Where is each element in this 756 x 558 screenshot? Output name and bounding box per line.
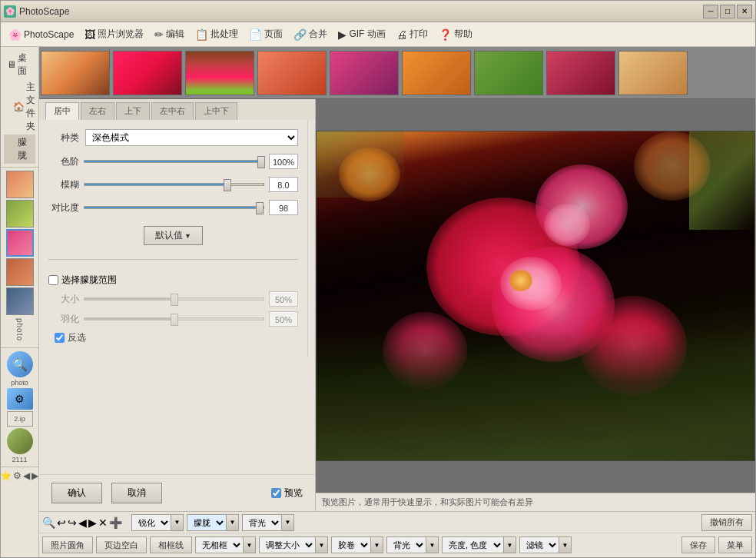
default-button[interactable]: 默认值 ▼: [144, 226, 203, 245]
thumb-label: 2.ip: [7, 411, 33, 427]
menu-print-label: 打印: [410, 28, 428, 41]
size-value[interactable]: 50%: [269, 291, 298, 307]
filter-dropdown-btn[interactable]: ▼: [559, 536, 572, 553]
type-select[interactable]: 深色模式 正常模式 亮色模式: [85, 129, 298, 146]
strip-thumb-8[interactable]: [546, 51, 615, 95]
nav-back-icon[interactable]: ◀: [23, 470, 30, 481]
feather-thumb[interactable]: [171, 314, 178, 326]
nav-left-icon[interactable]: ⭐: [1, 470, 12, 481]
contrast-thumb[interactable]: [256, 202, 264, 214]
sharpen-dropdown-btn[interactable]: ▼: [171, 514, 184, 531]
minimize-button[interactable]: ─: [703, 5, 718, 18]
main-content: 🖥 桌面 🏠 主文件夹 朦胧 photo: [1, 47, 755, 557]
photo-thumb-5[interactable]: [6, 287, 34, 315]
menu-gif[interactable]: ▶ GIF 动画: [333, 25, 390, 43]
invert-label[interactable]: 反选: [68, 331, 86, 344]
nav-forward-icon[interactable]: ▶: [32, 470, 38, 481]
no-frame-select[interactable]: 无相框: [195, 536, 244, 553]
page-icon: 📄: [249, 28, 262, 41]
tool-action[interactable]: ⚙: [7, 388, 33, 410]
sharpen-select[interactable]: 锐化: [131, 514, 171, 531]
color-thumb[interactable]: [257, 156, 265, 168]
backlight-dropdown-btn[interactable]: ▼: [282, 514, 294, 531]
strip-thumb-2[interactable]: [113, 51, 182, 95]
invert-checkbox[interactable]: [55, 333, 65, 343]
photo-thumb-1[interactable]: [6, 171, 34, 198]
tab-top-center-bottom[interactable]: 上中下: [195, 102, 237, 120]
close-button[interactable]: ✕: [737, 5, 752, 18]
color-value[interactable]: 100%: [269, 154, 298, 169]
tree-blur-item[interactable]: 朦胧: [4, 135, 35, 164]
menu-page[interactable]: 📄 页面: [244, 25, 287, 43]
blur-select[interactable]: 朦胧: [187, 514, 227, 531]
tab-top-bottom[interactable]: 上下: [116, 102, 150, 120]
cancel-button[interactable]: 取消: [111, 483, 162, 503]
contrast-value[interactable]: 98: [269, 200, 298, 215]
strip-thumb-3[interactable]: [185, 51, 254, 95]
tree-desktop[interactable]: 🖥 桌面: [4, 50, 35, 79]
frame-line-button[interactable]: 相框线: [150, 536, 192, 553]
tool-label: photo: [11, 379, 28, 387]
menu-print[interactable]: 🖨 打印: [392, 25, 433, 43]
menu-help[interactable]: ❓ 帮助: [434, 25, 477, 43]
menu-photo-browser[interactable]: 🖼 照片浏览器: [80, 25, 148, 43]
backlight2-dropdown-btn[interactable]: ▼: [426, 536, 439, 553]
flip-v-icon[interactable]: ▶: [88, 516, 97, 529]
roll-select[interactable]: 胶卷: [331, 536, 371, 553]
undo-all-button[interactable]: 撤销所有: [701, 514, 752, 531]
menu-photoscape[interactable]: 🌸 PhotoScape: [4, 26, 78, 43]
save-button[interactable]: 保存: [681, 536, 715, 553]
menu-merge[interactable]: 🔗 合并: [289, 25, 332, 43]
feather-value[interactable]: 50%: [269, 311, 298, 327]
nav-settings-icon[interactable]: ⚙: [13, 470, 22, 481]
tab-left-right[interactable]: 左右: [81, 102, 114, 120]
strip-thumb-5[interactable]: [330, 51, 399, 95]
strip-thumb-9[interactable]: [618, 51, 688, 95]
photo-thumb-2[interactable]: [6, 200, 34, 228]
strip-thumb-6[interactable]: [402, 51, 471, 95]
flip-h-icon[interactable]: ◀: [78, 516, 87, 529]
resize-dropdown-btn[interactable]: ▼: [316, 536, 328, 553]
tool-search[interactable]: 🔍: [7, 351, 33, 377]
resize-select[interactable]: 调整大小: [259, 536, 316, 553]
strip-thumb-1[interactable]: [41, 51, 110, 95]
blur-thumb[interactable]: [224, 179, 231, 191]
photo-thumb-3[interactable]: [6, 229, 34, 257]
menu-button[interactable]: 菜单: [718, 536, 752, 553]
rotate-left-icon[interactable]: ↩: [57, 516, 66, 529]
backlight2-select[interactable]: 背光: [386, 536, 426, 553]
blur-range-label[interactable]: 选择朦胧范围: [61, 274, 117, 287]
tree-main-folder[interactable]: 🏠 主文件夹: [4, 79, 35, 135]
brightness-select[interactable]: 亮度, 色度: [442, 536, 504, 553]
backlight-select[interactable]: 背光: [242, 514, 282, 531]
no-frame-dropdown-btn[interactable]: ▼: [244, 536, 256, 553]
page-margin-button[interactable]: 页边空白: [96, 536, 147, 553]
preview-label[interactable]: 预览: [284, 487, 303, 500]
confirm-button[interactable]: 确认: [51, 483, 102, 503]
photo-sidebar-label: photo: [15, 317, 24, 344]
menu-edit[interactable]: ✏ 编辑: [150, 25, 189, 43]
brightness-dropdown-btn[interactable]: ▼: [504, 536, 516, 553]
tab-left-center-right[interactable]: 左中右: [151, 102, 194, 120]
rotate-right-icon[interactable]: ↪: [68, 516, 77, 529]
help-icon: ❓: [439, 28, 452, 41]
strip-thumb-7[interactable]: [474, 51, 543, 95]
photo-thumb-4[interactable]: [6, 258, 34, 286]
blur-value[interactable]: 8.0: [269, 177, 298, 192]
menu-batch[interactable]: 📋 批处理: [191, 25, 243, 43]
sidebar-bottom-tools: 🔍 photo ⚙ 2.ip 2111: [1, 347, 38, 467]
maximize-button[interactable]: □: [720, 5, 735, 18]
strip-thumb-4[interactable]: [257, 51, 327, 95]
size-thumb[interactable]: [171, 294, 178, 306]
plus-icon[interactable]: ➕: [109, 516, 122, 529]
preview-checkbox[interactable]: [271, 488, 281, 498]
search-icon[interactable]: 🔍: [42, 516, 55, 529]
round-corners-button[interactable]: 照片圆角: [42, 536, 93, 553]
filter-select[interactable]: 滤镜: [519, 536, 559, 553]
cross-icon[interactable]: ✕: [98, 516, 108, 529]
filter-select-group: 滤镜 ▼: [519, 536, 572, 553]
blur-range-checkbox[interactable]: [48, 275, 58, 285]
roll-dropdown-btn[interactable]: ▼: [371, 536, 383, 553]
blur-dropdown-btn[interactable]: ▼: [227, 514, 239, 531]
tab-center[interactable]: 居中: [45, 102, 79, 120]
